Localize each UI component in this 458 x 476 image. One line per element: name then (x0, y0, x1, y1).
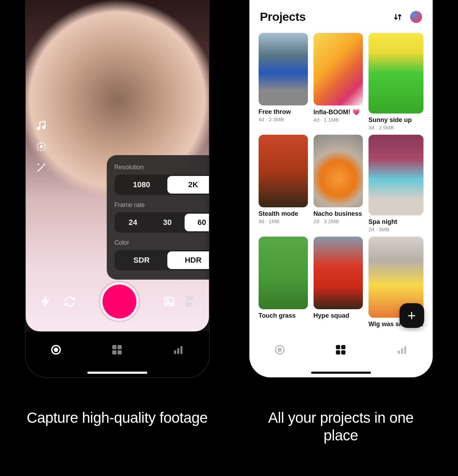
resolution-option-1080[interactable]: 1080 (116, 176, 168, 194)
project-meta: 4d · 2.3MB (259, 116, 308, 122)
resolution-label: Resolution (114, 164, 209, 171)
project-title: Hype squad (314, 312, 363, 319)
svg-rect-21 (398, 350, 400, 354)
project-thumbnail (369, 135, 423, 215)
svg-rect-9 (118, 345, 122, 349)
svg-rect-18 (341, 345, 346, 349)
project-thumbnail (314, 33, 363, 105)
project-meta: 4d · 1.1MB (314, 117, 363, 123)
nav-stats-icon[interactable] (396, 343, 408, 356)
camera-settings-panel: Resolution 1080 2K Frame rate 24 30 60 C… (107, 155, 209, 280)
flash-icon[interactable] (40, 295, 52, 307)
avatar[interactable] (410, 11, 422, 23)
project-title: Stealth mode (259, 210, 308, 218)
phone-projects: Projects Free throw 4d · 2.3MB Infla-BOO… (249, 0, 433, 377)
gallery-icon[interactable] (163, 295, 175, 307)
music-icon[interactable] (36, 120, 47, 131)
project-title: Sunny side up (369, 116, 423, 124)
color-label: Color (114, 239, 209, 246)
caption-right: All your projects in one place (249, 409, 433, 445)
svg-rect-8 (112, 345, 117, 349)
sort-icon[interactable] (393, 12, 402, 22)
project-thumbnail (259, 135, 308, 207)
svg-rect-10 (112, 350, 117, 355)
project-card[interactable]: Spa night 2d · 3MB (369, 135, 423, 232)
framerate-option-24[interactable]: 24 (116, 214, 150, 231)
nav-bar (26, 331, 209, 377)
project-title: Spa night (369, 218, 423, 226)
svg-point-5 (167, 299, 169, 301)
project-thumbnail (259, 237, 308, 309)
svg-point-3 (40, 145, 43, 148)
face-tracking-icon[interactable] (36, 141, 47, 152)
color-option-hdr[interactable]: HDR (167, 251, 209, 269)
svg-point-0 (37, 127, 40, 130)
project-thumbnail (314, 135, 363, 207)
page-title: Projects (260, 10, 306, 24)
project-title: Nacho business (314, 210, 363, 218)
phone-camera: Resolution 1080 2K Frame rate 24 30 60 C… (26, 0, 209, 377)
project-thumbnail (369, 33, 423, 114)
svg-rect-14 (180, 346, 182, 354)
camera-bottom-bar: 2K 60 (26, 282, 209, 321)
nav-record-icon[interactable] (50, 343, 62, 356)
project-meta: 2d · 3MB (369, 226, 423, 232)
project-meta: 2d · 3.2MB (314, 218, 363, 224)
svg-point-16 (278, 348, 281, 352)
svg-rect-13 (177, 348, 179, 354)
color-option-sdr[interactable]: SDR (116, 251, 168, 269)
svg-rect-22 (401, 348, 403, 354)
resolution-selector: 1080 2K (114, 175, 209, 195)
svg-rect-20 (341, 350, 346, 355)
framerate-selector: 24 30 60 (114, 212, 209, 233)
project-card[interactable]: Stealth mode 3d · 1MB (259, 135, 308, 232)
quality-badge-top: 2K (186, 295, 195, 302)
project-card[interactable]: Nacho business 2d · 3.2MB (314, 135, 363, 232)
svg-rect-12 (174, 350, 176, 354)
resolution-option-2k[interactable]: 2K (167, 176, 209, 194)
nav-record-icon[interactable] (273, 343, 286, 356)
magic-wand-icon[interactable] (36, 162, 47, 173)
svg-point-7 (55, 348, 58, 352)
nav-stats-icon[interactable] (172, 343, 185, 356)
nav-bar (249, 331, 433, 377)
record-button[interactable] (100, 282, 139, 321)
framerate-label: Frame rate (114, 201, 209, 209)
projects-grid: Free throw 4d · 2.3MB Infla-BOOM! 💗 4d ·… (249, 27, 433, 331)
project-card[interactable]: Sunny side up 3d · 2.5MB (369, 33, 423, 130)
nav-projects-icon[interactable] (111, 343, 123, 356)
plus-icon: + (408, 308, 416, 324)
project-title: Touch grass (259, 312, 308, 319)
framerate-option-60[interactable]: 60 (185, 214, 209, 231)
new-project-button[interactable]: + (400, 303, 424, 328)
project-card[interactable]: Hype squad (314, 237, 363, 328)
framerate-option-30[interactable]: 30 (150, 214, 185, 231)
project-card[interactable]: Touch grass (259, 237, 308, 328)
quality-badge[interactable]: 2K 60 (186, 295, 195, 308)
svg-point-1 (43, 126, 45, 129)
home-indicator (311, 372, 371, 374)
svg-rect-17 (336, 345, 340, 349)
project-title: Free throw (259, 108, 308, 116)
caption-left: Capture high-quality footage (26, 409, 209, 445)
svg-rect-19 (336, 350, 340, 355)
projects-header: Projects (249, 0, 433, 27)
color-selector: SDR HDR (114, 250, 209, 270)
nav-projects-icon[interactable] (334, 343, 347, 356)
project-title: Infla-BOOM! 💗 (314, 108, 363, 116)
quality-badge-bottom: 60 (186, 302, 195, 308)
camera-side-tools (36, 120, 47, 173)
project-card[interactable]: Infla-BOOM! 💗 4d · 1.1MB (314, 33, 363, 130)
project-thumbnail (259, 33, 308, 105)
flip-camera-icon[interactable] (64, 295, 76, 307)
project-meta: 3d · 2.5MB (369, 124, 423, 130)
svg-rect-23 (404, 346, 406, 354)
home-indicator (87, 372, 147, 374)
svg-rect-11 (118, 350, 122, 355)
project-thumbnail (314, 237, 363, 309)
project-meta: 3d · 1MB (259, 218, 308, 224)
project-card[interactable]: Free throw 4d · 2.3MB (259, 33, 308, 130)
